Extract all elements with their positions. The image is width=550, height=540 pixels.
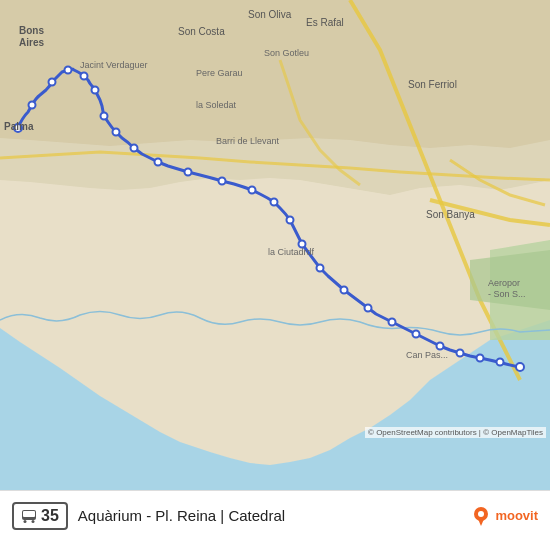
svg-text:Bons: Bons	[19, 25, 44, 36]
moovit-logo: moovit	[471, 506, 538, 526]
svg-point-13	[113, 129, 120, 136]
svg-point-30	[497, 359, 504, 366]
attribution: © OpenStreetMap contributors | © OpenMap…	[365, 427, 546, 438]
svg-point-8	[49, 79, 56, 86]
svg-point-31	[516, 363, 524, 371]
svg-text:Son Ferriol: Son Ferriol	[408, 79, 457, 90]
svg-point-52	[32, 520, 35, 523]
svg-text:la Ciutadrdf: la Ciutadrdf	[268, 247, 315, 257]
svg-point-28	[457, 350, 464, 357]
svg-point-27	[437, 343, 444, 350]
map-container: Son Oliva Bons Aires Son Costa Es Rafal …	[0, 0, 550, 490]
svg-marker-55	[478, 519, 484, 526]
svg-text:Barri de Llevant: Barri de Llevant	[216, 136, 280, 146]
svg-text:Aires: Aires	[19, 37, 44, 48]
svg-text:Son Oliva: Son Oliva	[248, 9, 292, 20]
svg-point-51	[24, 520, 27, 523]
svg-text:Son Costa: Son Costa	[178, 26, 225, 37]
svg-text:Palma: Palma	[4, 121, 34, 132]
svg-point-15	[155, 159, 162, 166]
svg-point-11	[92, 87, 99, 94]
moovit-text: moovit	[495, 508, 538, 523]
svg-point-29	[477, 355, 484, 362]
svg-point-18	[249, 187, 256, 194]
svg-text:Pere Garau: Pere Garau	[196, 68, 243, 78]
svg-text:- Son S...: - Son S...	[488, 289, 526, 299]
svg-text:Jacint Verdaguer: Jacint Verdaguer	[80, 60, 148, 70]
svg-text:Son Banya: Son Banya	[426, 209, 475, 220]
footer-bar: 35 Aquàrium - Pl. Reina | Catedral moovi…	[0, 490, 550, 540]
svg-point-16	[185, 169, 192, 176]
svg-point-10	[81, 73, 88, 80]
svg-point-22	[317, 265, 324, 272]
svg-point-23	[341, 287, 348, 294]
svg-point-26	[413, 331, 420, 338]
svg-text:Aeropor: Aeropor	[488, 278, 520, 288]
route-name: Aquàrium - Pl. Reina | Catedral	[78, 507, 462, 524]
route-number: 35	[41, 507, 59, 525]
svg-point-12	[101, 113, 108, 120]
svg-point-7	[29, 102, 36, 109]
svg-point-20	[287, 217, 294, 224]
svg-point-24	[365, 305, 372, 312]
route-badge: 35	[12, 502, 68, 530]
svg-point-25	[389, 319, 396, 326]
svg-text:Es Rafal: Es Rafal	[306, 17, 344, 28]
svg-text:la Soledat: la Soledat	[196, 100, 237, 110]
svg-point-19	[271, 199, 278, 206]
svg-point-54	[478, 511, 484, 517]
svg-text:Can Pas...: Can Pas...	[406, 350, 448, 360]
svg-point-9	[65, 67, 72, 74]
svg-point-17	[219, 178, 226, 185]
svg-point-14	[131, 145, 138, 152]
svg-rect-50	[23, 511, 35, 517]
svg-text:Son Gotleu: Son Gotleu	[264, 48, 309, 58]
